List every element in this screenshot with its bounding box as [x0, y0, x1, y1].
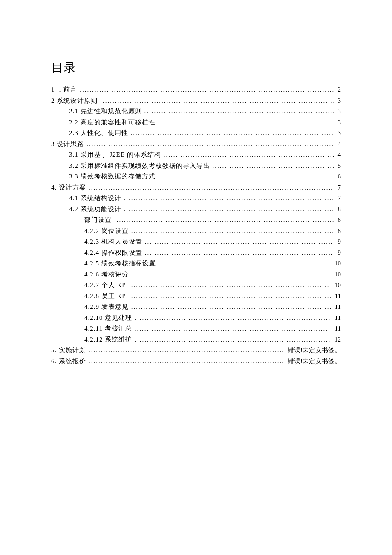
toc-entry-page: 错误!未定义书签。	[286, 356, 341, 367]
toc-entry: 4.2.6 考核评分10	[51, 269, 341, 280]
toc-entry-label: 4.2.9 发表意见	[84, 302, 129, 313]
toc-entry-label: 1 ．前言	[51, 84, 77, 95]
toc-entry-page: 3	[336, 106, 341, 117]
toc-leader-dots	[80, 84, 333, 95]
toc-leader-dots	[89, 182, 334, 193]
toc-entry-page: 8	[336, 215, 341, 226]
toc-entry: 2.1 先进性和规范化原则3	[51, 106, 341, 117]
toc-entry-page: 10	[333, 269, 341, 280]
toc-entry-page: 5	[336, 161, 341, 172]
toc-entry-label: 4.2.3 机构人员设置	[84, 236, 142, 247]
toc-entry: 4.2.8 员工 KPI11	[51, 291, 341, 302]
toc-leader-dots	[158, 117, 334, 128]
toc-entry: 2.2 高度的兼容性和可移植性3	[51, 117, 341, 128]
toc-leader-dots	[135, 334, 330, 345]
toc-entry-label: 4.2.7 个人 KPI	[84, 280, 129, 291]
toc-entry-label: 部门设置	[84, 215, 112, 226]
toc-entry-page: 4	[336, 150, 341, 161]
toc-entry: 4.2.3 机构人员设置9	[51, 236, 341, 247]
toc-entry: 4.2.7 个人 KPI10	[51, 280, 341, 291]
toc-entry: 5. 实施计划错误!未定义书签。	[51, 345, 341, 356]
toc-leader-dots	[89, 356, 283, 367]
toc-leader-dots	[100, 95, 333, 106]
toc-entry-page: 9	[336, 247, 341, 259]
toc-entry-label: 2.2 高度的兼容性和可移植性	[69, 117, 156, 128]
toc-leader-dots	[144, 106, 334, 117]
toc-entry-label: 6. 系统报价	[51, 356, 86, 367]
toc-entry-label: 2 系统设计原则	[51, 95, 98, 106]
toc-entry: 部门设置8	[51, 215, 341, 226]
toc-entry-page: 7	[336, 193, 341, 204]
toc-leader-dots	[145, 236, 334, 247]
toc-entry-page: 10	[333, 258, 341, 269]
toc-entry-page: 6	[336, 171, 341, 182]
toc-leader-dots	[131, 226, 334, 237]
toc-entry: 4.2 系统功能设计8	[51, 204, 341, 215]
table-of-contents: 1 ．前言22 系统设计原则32.1 先进性和规范化原则32.2 高度的兼容性和…	[51, 84, 341, 367]
toc-entry: 4. 设计方案7	[51, 182, 341, 193]
toc-entry: 2 系统设计原则3	[51, 95, 341, 106]
toc-entry-page: 3	[336, 95, 341, 106]
toc-entry: 4.1 系统结构设计7	[51, 193, 341, 204]
toc-entry-label: 5. 实施计划	[51, 345, 86, 356]
toc-entry-label: 4.2.6 考核评分	[84, 269, 129, 280]
toc-entry: 4.2.2 岗位设置8	[51, 226, 341, 237]
toc-entry-page: 9	[336, 236, 341, 247]
toc-entry-page: 7	[336, 182, 341, 193]
toc-entry-page: 2	[336, 84, 341, 95]
toc-leader-dots	[135, 323, 331, 334]
toc-entry-page: 11	[333, 323, 341, 334]
toc-entry-page: 3	[336, 117, 341, 128]
toc-entry-page: 4	[336, 139, 341, 150]
toc-entry: 2.3 人性化、使用性3	[51, 128, 341, 139]
toc-entry-label: 4.2.4 操作权限设置	[84, 247, 142, 259]
toc-entry: 1 ．前言2	[51, 84, 341, 95]
toc-leader-dots	[162, 258, 330, 269]
toc-entry-page: 12	[333, 334, 341, 345]
toc-entry: 4.2.5 绩效考核指标设置 .10	[51, 258, 341, 269]
toc-leader-dots	[131, 269, 330, 280]
toc-leader-dots	[158, 171, 334, 182]
toc-leader-dots	[114, 215, 334, 226]
toc-entry-label: 4.1 系统结构设计	[69, 193, 121, 204]
toc-entry-page: 10	[333, 280, 341, 291]
toc-entry-label: 4.2.10 意见处理	[84, 313, 132, 324]
toc-entry-label: 4. 设计方案	[51, 182, 86, 193]
toc-entry: 3.3 绩效考核数据的存储方式6	[51, 171, 341, 182]
toc-entry-page: 8	[336, 204, 341, 215]
toc-leader-dots	[124, 193, 334, 204]
toc-leader-dots	[124, 204, 334, 215]
toc-leader-dots	[145, 247, 334, 259]
toc-leader-dots	[131, 280, 330, 291]
toc-entry-label: 4.2.5 绩效考核指标设置 .	[84, 258, 160, 269]
toc-leader-dots	[86, 139, 333, 150]
toc-entry-page: 11	[333, 313, 341, 324]
toc-entry-label: 3 设计思路	[51, 139, 84, 150]
toc-entry-label: 3.1 采用基于 J2EE 的体系结构	[69, 150, 161, 161]
toc-entry: 4.2.11 考核汇总11	[51, 323, 341, 334]
toc-entry-page: 错误!未定义书签。	[286, 345, 341, 356]
toc-entry-page: 11	[333, 302, 341, 313]
toc-entry-page: 11	[333, 291, 341, 302]
toc-entry-label: 2.1 先进性和规范化原则	[69, 106, 142, 117]
toc-entry-page: 3	[336, 128, 341, 139]
toc-leader-dots	[131, 128, 334, 139]
toc-entry: 6. 系统报价错误!未定义书签。	[51, 356, 341, 367]
toc-entry: 3.2 采用标准组件实现绩效考核数据的导入导出5	[51, 161, 341, 172]
toc-leader-dots	[89, 345, 283, 356]
toc-entry-label: 2.3 人性化、使用性	[69, 128, 128, 139]
toc-entry-label: 3.2 采用标准组件实现绩效考核数据的导入导出	[69, 161, 210, 172]
toc-leader-dots	[135, 313, 330, 324]
toc-leader-dots	[131, 302, 331, 313]
toc-leader-dots	[213, 161, 334, 172]
toc-entry-label: 4.2.2 岗位设置	[84, 226, 129, 237]
toc-entry-label: 4.2.12 系统维护	[84, 334, 132, 345]
toc-entry-label: 4.2.8 员工 KPI	[84, 291, 129, 302]
document-page: 目录 1 ．前言22 系统设计原则32.1 先进性和规范化原则32.2 高度的兼…	[0, 0, 392, 367]
toc-entry: 4.2.9 发表意见11	[51, 302, 341, 313]
toc-entry-label: 4.2.11 考核汇总	[84, 323, 132, 334]
toc-entry: 3 设计思路4	[51, 139, 341, 150]
toc-leader-dots	[131, 291, 331, 302]
toc-entry: 3.1 采用基于 J2EE 的体系结构4	[51, 150, 341, 161]
toc-entry-label: 4.2 系统功能设计	[69, 204, 121, 215]
